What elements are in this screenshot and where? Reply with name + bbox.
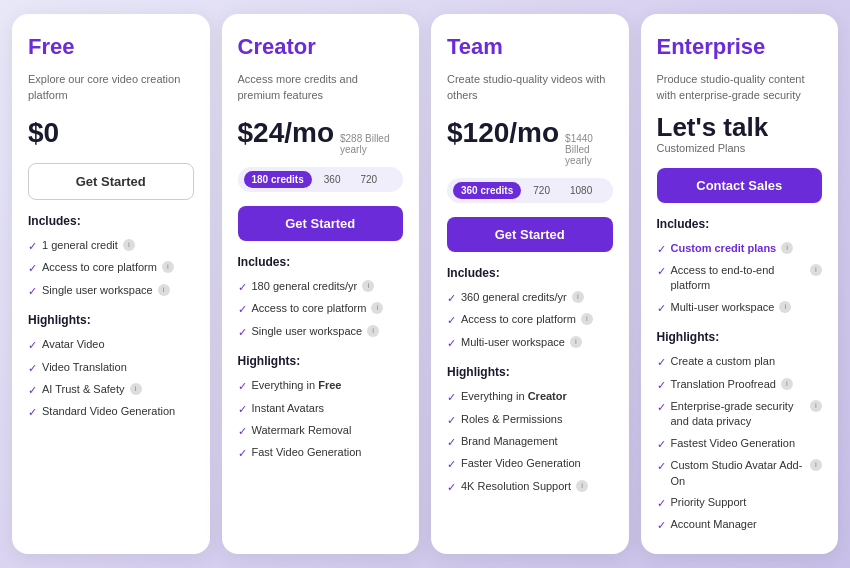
info-icon: i — [810, 459, 822, 471]
enterprise-cta-button[interactable]: Contact Sales — [657, 168, 823, 203]
team-include-text-2: Multi-user workspace — [461, 335, 565, 350]
creator-credit-option-2[interactable]: 720 — [352, 171, 385, 188]
info-icon: i — [371, 302, 383, 314]
info-icon: i — [362, 280, 374, 292]
creator-includes-list: ✓180 general credits/yri✓Access to core … — [238, 279, 404, 340]
info-icon: i — [130, 383, 142, 395]
check-icon: ✓ — [238, 325, 247, 340]
team-includes-label: Includes: — [447, 266, 613, 280]
enterprise-include-text-0: Custom credit plans — [671, 241, 777, 256]
team-credit-option-1[interactable]: 720 — [525, 182, 558, 199]
free-highlight-item-0: ✓Avatar Video — [28, 337, 194, 353]
check-icon: ✓ — [447, 336, 456, 351]
creator-highlight-text-3: Fast Video Generation — [252, 445, 362, 460]
team-credit-option-2[interactable]: 1080 — [562, 182, 600, 199]
team-highlight-item-3: ✓Faster Video Generation — [447, 456, 613, 472]
team-highlight-item-4: ✓4K Resolution Supporti — [447, 479, 613, 495]
enterprise-title: Enterprise — [657, 34, 823, 60]
check-icon: ✓ — [657, 301, 666, 316]
enterprise-highlights-list: ✓Create a custom plan✓Translation Proofr… — [657, 354, 823, 534]
check-icon: ✓ — [238, 446, 247, 461]
team-highlight-text-4: 4K Resolution Support — [461, 479, 571, 494]
enterprise-highlight-item-2: ✓Enterprise-grade security and data priv… — [657, 399, 823, 430]
check-icon: ✓ — [657, 437, 666, 452]
enterprise-subtitle: Produce studio-quality content with ente… — [657, 72, 823, 103]
enterprise-include-text-1: Access to end-to-end platform — [671, 263, 806, 294]
enterprise-highlights-label: Highlights: — [657, 330, 823, 344]
free-highlight-item-3: ✓Standard Video Generation — [28, 404, 194, 420]
creator-subtitle: Access more credits and premium features — [238, 72, 404, 103]
enterprise-highlight-text-5: Priority Support — [671, 495, 747, 510]
check-icon: ✓ — [447, 457, 456, 472]
enterprise-include-text-2: Multi-user workspace — [671, 300, 775, 315]
creator-cta-button[interactable]: Get Started — [238, 206, 404, 241]
free-price-row: $0 — [28, 117, 194, 149]
enterprise-include-item-0: ✓Custom credit plansi — [657, 241, 823, 257]
check-icon: ✓ — [28, 239, 37, 254]
creator-highlight-item-3: ✓Fast Video Generation — [238, 445, 404, 461]
creator-highlight-text-0: Everything in Free — [252, 378, 342, 393]
enterprise-highlight-text-2: Enterprise-grade security and data priva… — [671, 399, 806, 430]
creator-highlight-text-1: Instant Avatars — [252, 401, 325, 416]
enterprise-highlight-item-1: ✓Translation Proofreadi — [657, 377, 823, 393]
check-icon: ✓ — [238, 280, 247, 295]
team-credit-option-0[interactable]: 360 credits — [453, 182, 521, 199]
team-title: Team — [447, 34, 613, 60]
team-include-text-1: Access to core platform — [461, 312, 576, 327]
info-icon: i — [810, 264, 822, 276]
team-highlight-item-0: ✓Everything in Creator — [447, 389, 613, 405]
enterprise-includes-label: Includes: — [657, 217, 823, 231]
free-highlight-text-0: Avatar Video — [42, 337, 105, 352]
team-highlight-text-0: Everything in Creator — [461, 389, 567, 404]
info-icon: i — [779, 301, 791, 313]
enterprise-include-item-2: ✓Multi-user workspacei — [657, 300, 823, 316]
pricing-cards: FreeExplore our core video creation plat… — [12, 14, 838, 553]
enterprise-highlight-text-3: Fastest Video Generation — [671, 436, 796, 451]
check-icon: ✓ — [28, 338, 37, 353]
enterprise-price: Let's talk — [657, 113, 823, 142]
info-icon: i — [581, 313, 593, 325]
free-highlight-item-1: ✓Video Translation — [28, 360, 194, 376]
team-subtitle: Create studio-quality videos with others — [447, 72, 613, 103]
enterprise-includes-list: ✓Custom credit plansi✓Access to end-to-e… — [657, 241, 823, 317]
card-team: TeamCreate studio-quality videos with ot… — [431, 14, 629, 553]
creator-billing: $288 Billed yearly — [340, 133, 403, 155]
creator-include-text-0: 180 general credits/yr — [252, 279, 358, 294]
creator-credits-selector: 180 credits360720 — [238, 167, 404, 192]
creator-credit-option-0[interactable]: 180 credits — [244, 171, 312, 188]
info-icon: i — [570, 336, 582, 348]
free-price: $0 — [28, 117, 59, 149]
team-cta-button[interactable]: Get Started — [447, 217, 613, 252]
free-include-item-2: ✓Single user workspacei — [28, 283, 194, 299]
enterprise-highlight-text-1: Translation Proofread — [671, 377, 776, 392]
enterprise-highlight-text-6: Account Manager — [671, 517, 757, 532]
team-highlight-text-3: Faster Video Generation — [461, 456, 581, 471]
creator-highlights-list: ✓Everything in Free✓Instant Avatars✓Wate… — [238, 378, 404, 462]
free-include-item-1: ✓Access to core platformi — [28, 260, 194, 276]
check-icon: ✓ — [238, 302, 247, 317]
check-icon: ✓ — [447, 390, 456, 405]
creator-includes-label: Includes: — [238, 255, 404, 269]
check-icon: ✓ — [657, 496, 666, 511]
info-icon: i — [158, 284, 170, 296]
team-highlight-text-1: Roles & Permissions — [461, 412, 562, 427]
creator-include-item-2: ✓Single user workspacei — [238, 324, 404, 340]
card-free: FreeExplore our core video creation plat… — [12, 14, 210, 553]
free-cta-button[interactable]: Get Started — [28, 163, 194, 200]
free-highlight-text-3: Standard Video Generation — [42, 404, 175, 419]
check-icon: ✓ — [28, 284, 37, 299]
creator-highlight-item-2: ✓Watermark Removal — [238, 423, 404, 439]
creator-include-text-1: Access to core platform — [252, 301, 367, 316]
creator-highlight-text-2: Watermark Removal — [252, 423, 352, 438]
creator-include-item-1: ✓Access to core platformi — [238, 301, 404, 317]
creator-credit-option-1[interactable]: 360 — [316, 171, 349, 188]
team-include-item-2: ✓Multi-user workspacei — [447, 335, 613, 351]
team-highlight-item-1: ✓Roles & Permissions — [447, 412, 613, 428]
enterprise-highlight-text-0: Create a custom plan — [671, 354, 776, 369]
enterprise-price-row: Let's talkCustomized Plans — [657, 113, 823, 154]
creator-include-item-0: ✓180 general credits/yri — [238, 279, 404, 295]
team-include-item-0: ✓360 general credits/yri — [447, 290, 613, 306]
check-icon: ✓ — [447, 435, 456, 450]
check-icon: ✓ — [28, 383, 37, 398]
free-includes-list: ✓1 general crediti✓Access to core platfo… — [28, 238, 194, 299]
